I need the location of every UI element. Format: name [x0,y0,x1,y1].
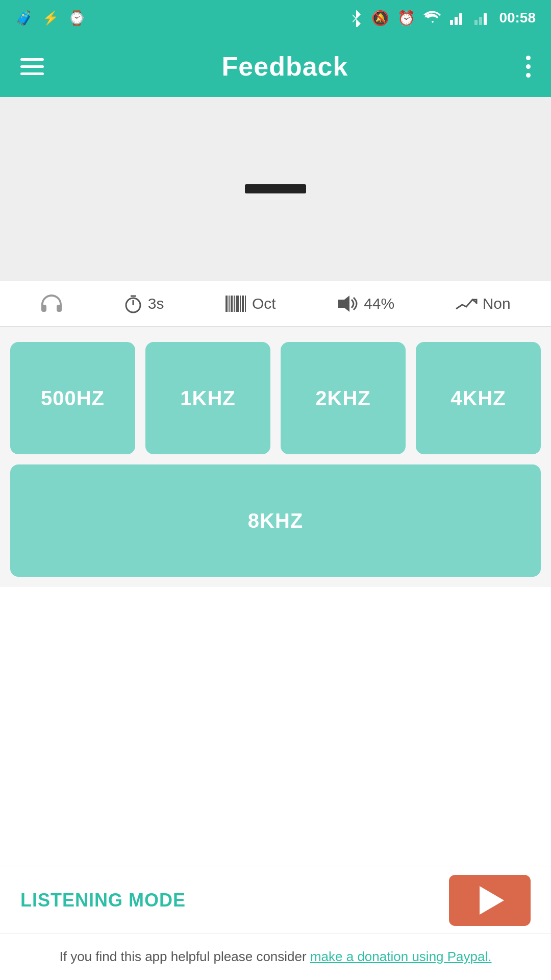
time-display: 00:58 [499,10,536,26]
play-icon [480,886,504,915]
content-spacer [0,587,551,867]
status-bar-right: 🔕 ⏰ 00:58 [349,9,536,27]
svg-rect-1 [455,17,458,25]
trend-toolbar-item[interactable]: Non [455,295,511,313]
footer-text: If you find this app helpful please cons… [59,949,310,964]
svg-rect-12 [240,296,241,312]
trend-value: Non [483,295,511,312]
listening-mode-label: LISTENING MODE [20,890,186,911]
freq-1khz-button[interactable]: 1KHZ [145,342,270,454]
freq-2khz-button[interactable]: 2KHZ [281,342,406,454]
timer-toolbar-item[interactable]: 3s [123,294,164,313]
freq-8khz-button[interactable]: 8KHZ [10,464,541,577]
briefcase-icon: 🧳 [15,10,33,27]
bluetooth-icon [349,9,363,27]
freq-4khz-button[interactable]: 4KHZ [416,342,541,454]
svg-rect-14 [245,296,246,312]
status-bar: 🧳 ⚡ ⌚ 🔕 ⏰ 00:58 [0,0,551,36]
headphone-toolbar-item[interactable] [40,293,63,314]
headphone-icon [40,293,63,314]
play-button[interactable] [449,875,531,926]
volume-value: 44% [364,295,394,312]
svg-rect-11 [236,296,239,312]
frequency-grid: 500HZ 1KHZ 2KHZ 4KHZ [0,327,551,464]
app-bar: Feedback [0,36,551,97]
timer-value: 3s [148,295,164,312]
svg-rect-9 [231,296,233,312]
donation-link[interactable]: make a donation using Paypal. [310,949,492,964]
status-bar-left: 🧳 ⚡ ⌚ [15,10,86,27]
menu-icon[interactable] [20,58,44,75]
signal2-icon [474,11,491,25]
svg-rect-3 [474,20,478,25]
waveform-bar [245,184,306,193]
app-bar-title: Feedback [222,51,348,82]
wifi-icon [423,11,442,25]
timer-icon [123,294,143,313]
frequency-row-single: 8KHZ [0,464,551,587]
notifications-muted-icon: 🔕 [371,10,389,27]
footer: If you find this app helpful please cons… [0,933,551,980]
svg-rect-5 [484,13,487,25]
signal-icon [450,11,466,25]
svg-rect-13 [242,296,244,312]
volume-icon [336,295,359,313]
waveform-area [0,97,551,281]
toolbar-row: 3s Oct 44% Non [0,281,551,327]
svg-rect-4 [479,17,482,25]
svg-rect-10 [234,296,235,312]
trend-icon [455,295,478,313]
barcode-toolbar-item[interactable]: Oct [224,295,276,313]
alarm-icon: ⏰ [397,10,415,27]
watch-icon: ⌚ [68,10,86,27]
svg-rect-8 [229,296,230,312]
svg-rect-2 [459,13,462,25]
barcode-icon [224,295,247,313]
svg-marker-15 [338,296,349,312]
svg-rect-0 [450,20,453,25]
bottom-bar: LISTENING MODE [0,867,551,933]
volume-toolbar-item[interactable]: 44% [336,295,394,313]
battery-icon: ⚡ [42,10,59,26]
svg-rect-7 [226,296,228,312]
barcode-value: Oct [252,295,276,312]
more-options-icon[interactable] [526,56,531,78]
freq-500hz-button[interactable]: 500HZ [10,342,135,454]
